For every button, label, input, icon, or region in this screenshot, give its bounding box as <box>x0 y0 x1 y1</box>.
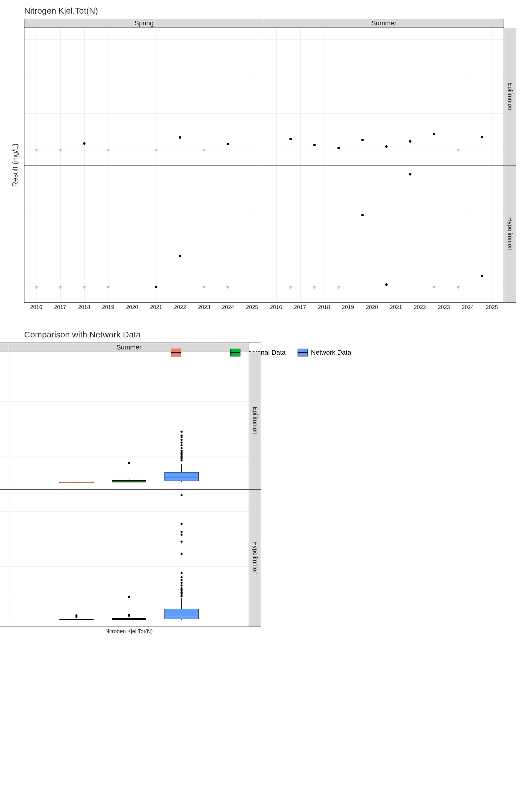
triangle-marker <box>59 149 62 151</box>
row-strip-hypo: Hypolimnion <box>504 165 516 303</box>
data-point <box>409 173 411 176</box>
row-strip-epi-2: Epilimnion <box>249 352 261 363</box>
col-strip-summer: Summer <box>264 19 504 28</box>
data-point <box>179 136 181 139</box>
legend-network: Network Data <box>298 349 351 357</box>
data-point <box>481 275 483 277</box>
panel-spring-hypo: 0.050.100.150.20 <box>24 165 264 303</box>
triangle-marker <box>106 149 110 151</box>
data-point <box>226 143 229 145</box>
col-strip-summer-2: Summer <box>9 343 249 352</box>
data-point <box>337 147 340 149</box>
col-strip-spring-2: Spring <box>0 343 9 352</box>
triangle-marker <box>289 286 293 289</box>
data-point <box>433 133 435 135</box>
col-strip-spring: Spring <box>24 19 264 28</box>
triangle-marker <box>202 286 206 289</box>
scatter-grid: Spring Summer Result (mg/L) 0.050.100.15… <box>6 19 516 315</box>
boxpanel-spring-epi: 01234 <box>0 352 9 363</box>
triangle-marker <box>154 149 158 151</box>
data-point <box>361 139 364 141</box>
triangle-marker <box>457 149 460 151</box>
ylabel-1: Result (mg/L) <box>6 28 24 303</box>
data-point <box>385 145 387 148</box>
chart-title-1: Nitrogen Kjel.Tot(N) <box>24 6 516 16</box>
triangle-marker <box>457 286 460 289</box>
row-strip-epi: Epilimnion <box>504 28 516 165</box>
data-point <box>155 286 157 288</box>
triangle-marker <box>106 286 110 289</box>
data-point <box>179 255 181 257</box>
data-point <box>83 142 85 145</box>
panel-spring-epi: 0.050.100.150.20 <box>24 28 264 165</box>
boxpanel-summer-epi <box>9 352 249 363</box>
data-point <box>361 214 364 216</box>
triangle-marker <box>202 149 206 151</box>
triangle-marker <box>59 286 62 289</box>
data-point <box>385 283 387 286</box>
triangle-marker <box>82 286 86 289</box>
box-grid: Spring Summer Results (mg/L) 01234 Epili… <box>0 343 261 363</box>
xaxis-spring: 2016201720182019202020212022202320242025 <box>24 303 264 315</box>
data-point <box>313 144 316 146</box>
triangle-marker <box>35 286 38 289</box>
panel-summer-hypo <box>264 165 504 303</box>
triangle-marker <box>432 286 436 289</box>
data-point <box>409 140 411 143</box>
triangle-marker <box>313 286 316 289</box>
data-point <box>289 138 292 140</box>
chart-title-2: Comparison with Network Data <box>24 330 516 340</box>
panel-summer-epi <box>264 28 504 165</box>
triangle-marker <box>337 286 340 289</box>
xaxis-summer: 2016201720182019202020212022202320242025 <box>264 303 504 315</box>
triangle-marker <box>35 149 38 151</box>
data-point <box>481 136 483 138</box>
triangle-marker <box>226 286 229 289</box>
